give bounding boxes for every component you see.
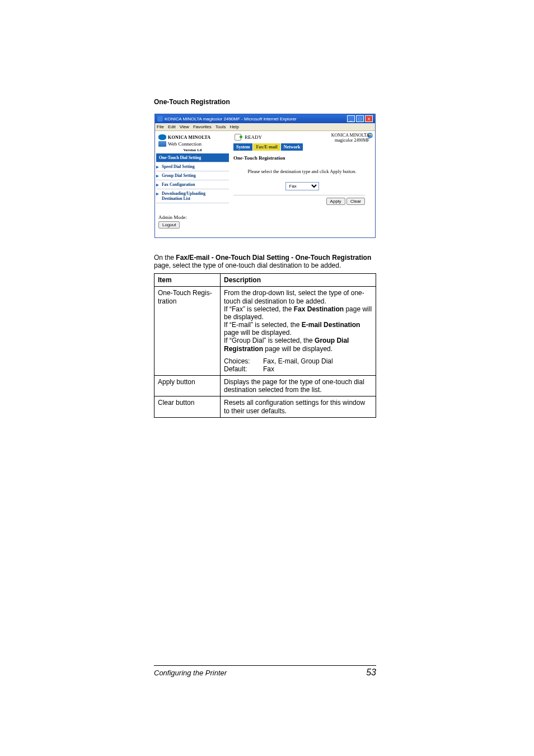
intro-paragraph: On the Fax/E-mail - One-Touch Dial Setti… [154, 254, 376, 269]
tab-network[interactable]: Network [281, 143, 303, 151]
intro-pre: On the [154, 254, 176, 262]
prompt-text: Please select the destination type and c… [233, 169, 371, 174]
browser-window: KONICA MINOLTA magicolor 2490MF - Micros… [154, 114, 376, 238]
tab-row: System Fax/E-mail Network [233, 143, 371, 151]
apply-button[interactable]: Apply [326, 198, 345, 205]
nav-fax-configuration[interactable]: ▶Fax Configuration [156, 180, 229, 189]
device-line2: magicolor 2490MF [331, 138, 369, 143]
maximize-button[interactable]: □ [356, 115, 364, 122]
cell-item: Clear button [154, 396, 221, 417]
ie-app-icon [157, 116, 163, 122]
default-value: Fax [263, 365, 274, 373]
sidebar: KONICA MINOLTA Web Connection Version 1.… [156, 132, 229, 233]
device-identifier: KONICA MINOLTA magicolor 2490MF [331, 133, 369, 143]
bold: Fax Destination [294, 305, 344, 313]
document-page: One-Touch Registration KONICA MINOLTA ma… [0, 0, 534, 756]
logout-button[interactable]: Logout [158, 221, 180, 228]
table-row: Apply button Displays the page for the t… [154, 376, 376, 396]
chevron-right-icon: ▶ [156, 183, 159, 186]
default-row: Default: Fax [224, 365, 372, 373]
window-title: KONICA MINOLTA magicolor 2490MF - Micros… [165, 116, 297, 122]
nav-label: Group Dial Setting [162, 173, 196, 178]
title-bar: KONICA MINOLTA magicolor 2490MF - Micros… [155, 114, 375, 123]
page-number: 53 [366, 668, 376, 678]
select-row: Fax [233, 182, 371, 190]
web-connection-row: Web Connection [158, 141, 229, 147]
cell-item: Apply button [154, 376, 221, 396]
printer-status-icon [233, 133, 242, 141]
table-row: Clear button Resets all configuration se… [154, 396, 376, 417]
section-heading: One-Touch Registration [154, 98, 376, 106]
nav-label-a: Downloading/Uploading [162, 191, 205, 196]
table-header-row: Item Description [154, 274, 376, 287]
txt: If “Group Dial” is selected, the [224, 337, 315, 344]
destination-type-select[interactable]: Fax [285, 182, 319, 190]
txt: page will be displayed. [224, 329, 292, 337]
browser-content: KONICA MINOLTA Web Connection Version 1.… [155, 131, 375, 237]
chevron-right-icon: ▶ [156, 165, 159, 169]
menu-view[interactable]: View [180, 124, 189, 129]
footer-title: Configuring the Printer [154, 669, 227, 677]
clear-button[interactable]: Clear [346, 198, 365, 205]
title-bar-left: KONICA MINOLTA magicolor 2490MF - Micros… [157, 116, 297, 122]
tab-system[interactable]: System [233, 143, 252, 151]
txt: If “Fax” is selected, the [224, 305, 294, 313]
version-label: Version 1.0 [156, 148, 229, 152]
admin-mode-label: Admin Mode: [158, 214, 227, 220]
button-row: Apply Clear [233, 198, 371, 205]
choices-block: Choices: Fax, E-mail, Group Dial Default… [224, 357, 372, 373]
menu-file[interactable]: File [157, 124, 164, 129]
chevron-right-icon: ▶ [156, 192, 159, 195]
main-pane: KONICA MINOLTA magicolor 2490MF READY Sy… [229, 132, 374, 233]
tab-fax-email[interactable]: Fax/E-mail [253, 143, 280, 151]
nav-label: Fax Configuration [162, 182, 195, 187]
menu-help[interactable]: Help [229, 124, 238, 129]
page-footer: Configuring the Printer 53 [154, 665, 376, 678]
txt: If “E-mail” is selected, the [224, 321, 302, 329]
table-row: One-Touch Regis­tration From the drop-do… [154, 287, 376, 376]
brand-logo-icon [158, 134, 166, 140]
pagescope-icon [158, 141, 166, 147]
default-label: Default: [224, 365, 257, 373]
col-header-item: Item [154, 274, 221, 287]
brand-row: KONICA MINOLTA [158, 134, 229, 140]
desc-p4: If “Group Dial” is selected, the Group D… [224, 337, 372, 352]
bold: E-mail Destination [302, 321, 360, 329]
footer-rule [154, 665, 376, 666]
nav-label-b: Destination List [162, 196, 190, 201]
status-text: READY [245, 134, 262, 140]
cell-item: One-Touch Regis­tration [154, 287, 221, 376]
choices-row: Choices: Fax, E-mail, Group Dial [224, 357, 372, 365]
nav-label: Speed Dial Setting [162, 164, 195, 169]
cell-description: Resets all configuration settings for th… [221, 396, 376, 417]
web-connection-label: Web Connection [168, 141, 202, 147]
menu-favorites[interactable]: Favorites [193, 124, 212, 129]
desc-p3: If “E-mail” is selected, the E-mail Dest… [224, 321, 372, 337]
menu-bar: File Edit View Favorites Tools Help [155, 123, 375, 131]
nav-download-upload[interactable]: ▶Downloading/UploadingDestination List [156, 189, 229, 203]
brand-name: KONICA MINOLTA [168, 135, 210, 140]
desc-p2: If “Fax” is selected, the Fax Destinatio… [224, 305, 372, 321]
footer-row: Configuring the Printer 53 [154, 668, 376, 678]
desc-p1: From the drop-down list, select the type… [224, 289, 372, 305]
txt: page will be displayed. [263, 345, 332, 353]
intro-bold: Fax/E-mail - One-Touch Dial Setting - On… [176, 254, 371, 262]
nav-one-touch-dial[interactable]: One-Touch Dial Setting [156, 153, 229, 162]
nav-speed-dial[interactable]: ▶Speed Dial Setting [156, 162, 229, 171]
close-button[interactable]: X [365, 115, 373, 122]
intro-line2: page, select the type of one-touch dial … [154, 262, 341, 269]
chevron-right-icon: ▶ [156, 174, 159, 178]
admin-section: Admin Mode: Logout [156, 214, 229, 228]
choices-label: Choices: [224, 357, 257, 365]
cell-description: From the drop-down list, select the type… [221, 287, 376, 376]
pane-heading: One-Touch Registration [233, 155, 371, 161]
window-buttons: _ □ X [347, 115, 373, 122]
cell-description: Displays the page for the type of one-to… [221, 376, 376, 396]
menu-tools[interactable]: Tools [216, 124, 226, 129]
nav-group-dial[interactable]: ▶Group Dial Setting [156, 171, 229, 180]
description-table: Item Description One-Touch Regis­tration… [154, 273, 376, 417]
menu-edit[interactable]: Edit [168, 124, 176, 129]
minimize-button[interactable]: _ [347, 115, 355, 122]
divider [233, 195, 365, 195]
screenshot-figure: KONICA MINOLTA magicolor 2490MF - Micros… [154, 114, 376, 238]
